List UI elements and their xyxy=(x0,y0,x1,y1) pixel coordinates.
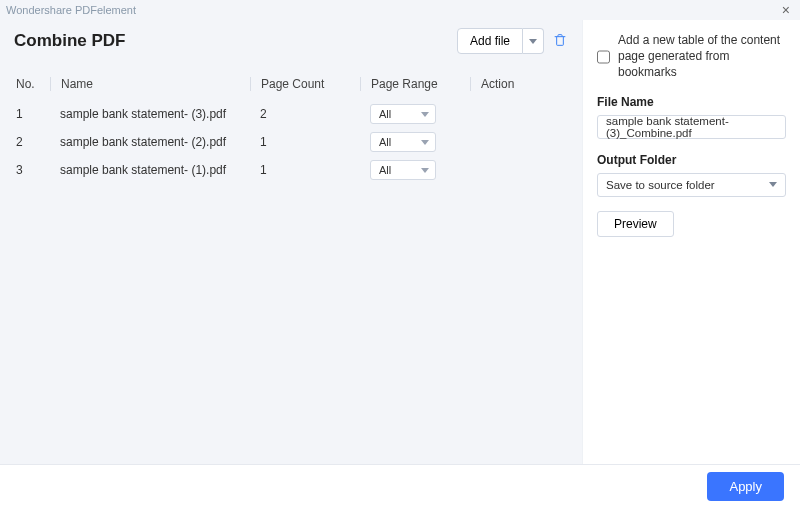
output-folder-value: Save to source folder xyxy=(606,179,715,191)
chevron-down-icon xyxy=(421,140,429,145)
page-range-value: All xyxy=(379,164,391,176)
page-range-value: All xyxy=(379,108,391,120)
dialog-title: Combine PDF xyxy=(14,31,125,51)
row-no: 1 xyxy=(14,107,50,121)
chevron-down-icon xyxy=(421,168,429,173)
add-file-split-button[interactable]: Add file xyxy=(457,28,544,54)
output-folder-select[interactable]: Save to source folder xyxy=(597,173,786,197)
add-file-button[interactable]: Add file xyxy=(457,28,523,54)
row-no: 2 xyxy=(14,135,50,149)
file-name-value: sample bank statement- (3)_Combine.pdf xyxy=(606,115,777,139)
bookmark-toc-checkbox[interactable] xyxy=(597,33,610,81)
bookmark-toc-label: Add a new table of the content page gene… xyxy=(618,32,786,81)
col-name: Name xyxy=(50,77,250,91)
row-page-count: 2 xyxy=(250,107,360,121)
row-no: 3 xyxy=(14,163,50,177)
options-panel: Add a new table of the content page gene… xyxy=(582,20,800,464)
page-range-select[interactable]: All xyxy=(370,132,436,152)
app-title: Wondershare PDFelement xyxy=(6,4,136,16)
col-page-range: Page Range xyxy=(360,77,470,91)
page-range-select[interactable]: All xyxy=(370,160,436,180)
row-name: sample bank statement- (1).pdf xyxy=(50,163,250,177)
table-row[interactable]: 2 sample bank statement- (2).pdf 1 All xyxy=(14,128,568,156)
row-page-count: 1 xyxy=(250,135,360,149)
close-icon[interactable]: × xyxy=(778,2,794,18)
chevron-down-icon xyxy=(421,112,429,117)
file-name-input[interactable]: sample bank statement- (3)_Combine.pdf xyxy=(597,115,786,139)
row-page-count: 1 xyxy=(250,163,360,177)
chevron-down-icon xyxy=(529,39,537,44)
row-name: sample bank statement- (3).pdf xyxy=(50,107,250,121)
page-range-select[interactable]: All xyxy=(370,104,436,124)
footer: Apply xyxy=(0,464,800,508)
output-folder-label: Output Folder xyxy=(597,153,786,167)
file-name-label: File Name xyxy=(597,95,786,109)
col-no: No. xyxy=(14,77,50,91)
col-page-count: Page Count xyxy=(250,77,360,91)
add-file-dropdown[interactable] xyxy=(523,28,544,54)
table-header: No. Name Page Count Page Range Action xyxy=(14,68,568,100)
chevron-down-icon xyxy=(769,182,777,187)
trash-icon[interactable] xyxy=(552,32,568,51)
file-list-panel: Combine PDF Add file No. Name Page Count… xyxy=(0,20,582,464)
table-row[interactable]: 3 sample bank statement- (1).pdf 1 All xyxy=(14,156,568,184)
row-name: sample bank statement- (2).pdf xyxy=(50,135,250,149)
col-action: Action xyxy=(470,77,540,91)
preview-button[interactable]: Preview xyxy=(597,211,674,237)
apply-button[interactable]: Apply xyxy=(707,472,784,501)
table-row[interactable]: 1 sample bank statement- (3).pdf 2 All xyxy=(14,100,568,128)
page-range-value: All xyxy=(379,136,391,148)
